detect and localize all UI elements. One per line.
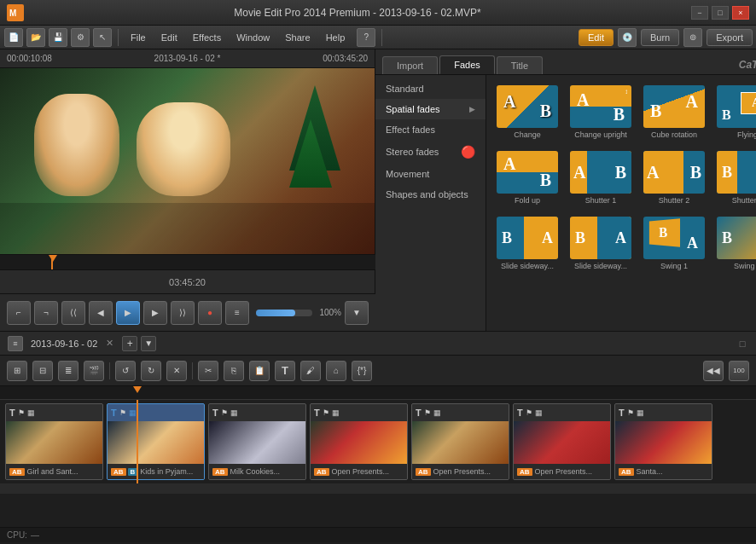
timeline-dropdown-button[interactable]: ▼ xyxy=(141,336,156,351)
track-clip-6[interactable]: T ⚑ ▦ AB Santa... xyxy=(614,403,712,480)
menu-file[interactable]: File xyxy=(124,31,153,44)
track-clip-5[interactable]: T ⚑ ▦ AB Open Presents... xyxy=(513,403,611,480)
fade-item-slide1[interactable]: B A Slide sideway... xyxy=(493,213,561,274)
menu-help[interactable]: Help xyxy=(319,31,352,44)
timeline-close-icon[interactable]: ✕ xyxy=(106,338,113,349)
zoom-expand-button[interactable]: ▼ xyxy=(345,301,369,325)
step-back-button[interactable]: ⟨⟨ xyxy=(61,301,85,325)
next-frame-button[interactable]: ▶ xyxy=(143,301,167,325)
in-point-button[interactable]: ⌐ xyxy=(7,301,31,325)
track-clip-3[interactable]: T ⚑ ▦ AB Open Presents... xyxy=(310,403,408,480)
save-icon[interactable]: 💾 xyxy=(49,28,67,47)
menu-edit[interactable]: Edit xyxy=(154,31,184,44)
tool-film-btn[interactable]: 🎬 xyxy=(84,361,104,381)
fade-label-slide1: Slide sideway... xyxy=(501,262,554,270)
timeline-menu-icon[interactable]: ≡ xyxy=(8,336,23,351)
app-logo: M xyxy=(7,4,24,21)
step-forward-button[interactable]: ⟩⟩ xyxy=(171,301,195,325)
sidebar-item-stereo[interactable]: Stereo fades 🔴 xyxy=(375,140,486,164)
help-icon[interactable]: ? xyxy=(357,28,375,47)
fade-item-flying[interactable]: A B Flying xyxy=(713,82,756,142)
tool-undo-btn[interactable]: ↺ xyxy=(115,361,136,381)
tool-nav-right-btn[interactable]: 100 xyxy=(729,361,749,381)
fade-item-swing1[interactable]: B A Swing 1 xyxy=(640,213,708,274)
tab-title[interactable]: Title xyxy=(497,56,543,74)
menu-effects[interactable]: Effects xyxy=(186,31,228,44)
sidebar-item-movement[interactable]: Movement xyxy=(375,164,486,184)
tool-copy-btn[interactable]: ⎘ xyxy=(224,361,244,381)
fade-label-shutter3: Shutter 3 xyxy=(732,196,756,205)
fade-item-swing2[interactable]: B A Swing 2 xyxy=(713,213,756,274)
fade-item-shutter2[interactable]: A B Shutter 2 xyxy=(640,148,708,208)
disc-icon[interactable]: 💿 xyxy=(618,28,637,47)
tool-text-btn[interactable]: T xyxy=(275,361,295,381)
track-area[interactable]: T ⚑ ▦ AB Girl and Sant... T ⚑ ▦ AB B Kid… xyxy=(0,400,756,483)
burn-button[interactable]: Burn xyxy=(641,29,679,46)
settings-icon[interactable]: ⚙ xyxy=(71,28,90,47)
volume-bar[interactable] xyxy=(256,310,312,316)
fade-item-change[interactable]: A B Change xyxy=(493,82,561,142)
clip-name-3: Open Presents... xyxy=(332,467,390,476)
maximize-button[interactable]: □ xyxy=(712,6,729,20)
edit-button[interactable]: Edit xyxy=(579,29,614,46)
tool-grid-btn[interactable]: ⊟ xyxy=(32,361,53,381)
fade-item-shutter1[interactable]: A B Shutter 1 xyxy=(567,148,635,208)
cursor-icon[interactable]: ↖ xyxy=(93,28,112,47)
export-button[interactable]: Export xyxy=(707,29,753,46)
fade-item-fold[interactable]: A B Fold up xyxy=(493,148,561,208)
tab-import[interactable]: Import xyxy=(382,56,438,74)
tool-nav-left-btn[interactable]: ◀◀ xyxy=(703,361,724,381)
fade-thumb-shutter3: B A xyxy=(717,151,756,194)
tool-snap-btn[interactable]: ⌂ xyxy=(326,361,346,381)
menu-button[interactable]: ≡ xyxy=(225,301,249,325)
timeline-add-button[interactable]: + xyxy=(122,336,137,351)
fade-item-change-upright[interactable]: A B ↕ Change upright xyxy=(567,82,635,142)
fade-thumb-swing1: B A xyxy=(643,217,705,259)
progress-bar[interactable] xyxy=(0,254,375,269)
swing1-letter-a: A xyxy=(687,234,698,252)
track-clip-4[interactable]: T ⚑ ▦ AB Open Presents... xyxy=(411,403,509,480)
sidebar-label-spatial: Spatial fades xyxy=(386,104,440,114)
tool-paste-btn[interactable]: 📋 xyxy=(249,361,270,381)
new-icon[interactable]: 📄 xyxy=(4,28,23,47)
menu-window[interactable]: Window xyxy=(230,31,276,44)
track-clip-0[interactable]: T ⚑ ▦ AB Girl and Sant... xyxy=(5,403,103,480)
play-button[interactable]: ▶ xyxy=(116,301,140,325)
fade-item-shutter3[interactable]: B A Shutter 3 xyxy=(713,148,756,208)
clip-text-icon-1: T xyxy=(111,408,117,418)
ab-badge-4: AB xyxy=(416,468,431,476)
slide2-letter-a: A xyxy=(615,229,626,247)
record-button[interactable]: ● xyxy=(198,301,222,325)
tool-cut-btn[interactable]: ✂ xyxy=(198,361,218,381)
fade-label-swing1: Swing 1 xyxy=(660,262,688,270)
track-clip-1[interactable]: T ⚑ ▦ AB B Kids in Pyjam... xyxy=(107,403,205,480)
tool-list-btn[interactable]: ≣ xyxy=(58,361,79,381)
timeline-scrollbar[interactable] xyxy=(0,483,756,494)
close-button[interactable]: × xyxy=(732,6,749,20)
sidebar-item-shapes[interactable]: Shapes and objects xyxy=(375,184,486,205)
tab-fades[interactable]: Fades xyxy=(439,55,495,74)
sidebar-item-standard[interactable]: Standard xyxy=(375,78,486,99)
timeline-expand-button[interactable]: □ xyxy=(736,337,749,350)
open-icon[interactable]: 📂 xyxy=(26,28,45,47)
minimize-button[interactable]: − xyxy=(691,6,708,20)
tool-cancel-btn[interactable]: ✕ xyxy=(166,361,187,381)
fade-item-cube[interactable]: A B Cube rotation xyxy=(640,82,708,142)
track-clip-2[interactable]: T ⚑ ▦ AB Milk Cookies... xyxy=(208,403,306,480)
tool-extra-btn[interactable]: {*} xyxy=(352,361,372,381)
clip-thumb-4 xyxy=(412,421,509,464)
zoom-label: 100% xyxy=(319,308,341,317)
out-point-button[interactable]: ¬ xyxy=(34,301,58,325)
clip-grid-icon-5: ▦ xyxy=(535,408,543,417)
sidebar-item-effect[interactable]: Effect fades xyxy=(375,119,486,140)
menu-share[interactable]: Share xyxy=(278,31,317,44)
tool-paint-btn[interactable]: 🖌 xyxy=(300,361,321,381)
export-disc-icon[interactable]: ⊚ xyxy=(683,28,702,47)
tool-view-btn[interactable]: ⊞ xyxy=(7,361,27,381)
tool-redo-btn[interactable]: ↻ xyxy=(141,361,161,381)
prev-frame-button[interactable]: ◀ xyxy=(89,301,113,325)
clip-flag-icon-5: ⚑ xyxy=(526,408,532,417)
sidebar-item-spatial[interactable]: Spatial fades ▶ xyxy=(375,99,486,119)
preview-area[interactable] xyxy=(0,68,375,254)
fade-item-slide2[interactable]: B A Slide sideway... xyxy=(567,213,635,274)
